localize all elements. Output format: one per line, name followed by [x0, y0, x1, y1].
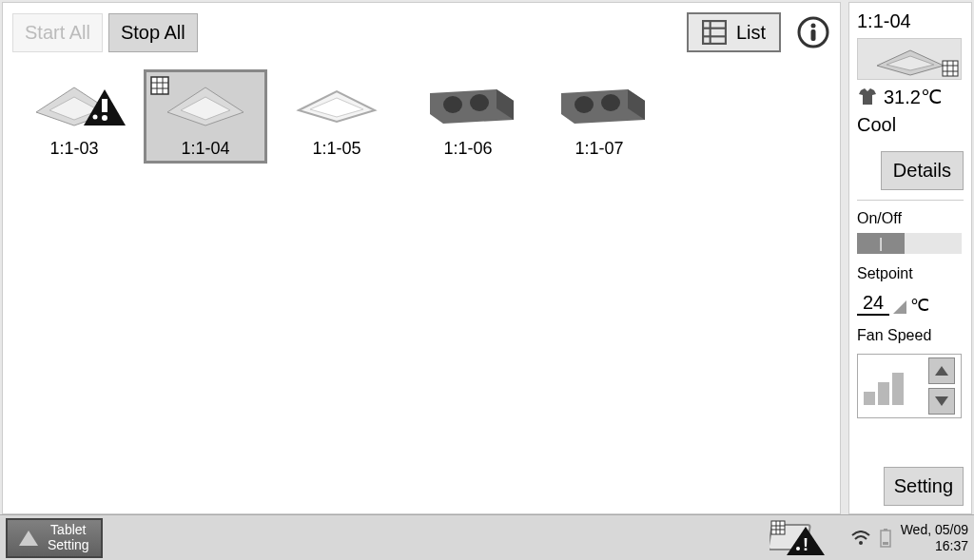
svg-point-5 [811, 24, 816, 29]
unit-thumb [542, 74, 656, 131]
svg-point-11 [102, 115, 107, 121]
grid-badge-icon [942, 60, 959, 77]
svg-point-24 [443, 96, 462, 113]
svg-rect-6 [811, 29, 816, 41]
list-view-button[interactable]: List [687, 12, 781, 52]
clock: Wed, 05/09 16:37 [901, 522, 968, 554]
unit-tile[interactable]: 1:1-07 [537, 69, 661, 164]
wifi-icon [851, 531, 870, 546]
onoff-toggle[interactable]: | [857, 233, 962, 254]
svg-rect-40 [771, 521, 785, 534]
unit-tile[interactable]: 1:1-05 [275, 69, 399, 164]
stop-all-button[interactable]: Stop All [108, 13, 198, 52]
onoff-knob: | [857, 233, 905, 254]
unit-label: 1:1-04 [148, 139, 263, 159]
selected-unit-thumb [857, 38, 962, 80]
temperature-row: 31.2℃ [857, 86, 964, 108]
setting-button[interactable]: Setting [884, 467, 964, 506]
setpoint-adjust-icon [893, 300, 906, 314]
unit-tile[interactable]: 1:1-03 [12, 69, 136, 164]
battery-icon [880, 529, 891, 548]
mode-value: Cool [857, 114, 964, 136]
warning-icon [82, 87, 127, 131]
unit-tile[interactable]: 1:1-06 [406, 69, 530, 164]
details-button[interactable]: Details [881, 151, 964, 190]
side-panel: 1:1-04 31.2℃ Cool Details On/Off | Setpo… [848, 2, 972, 514]
date-text: Wed, 05/09 [901, 522, 968, 538]
svg-rect-10 [102, 99, 107, 112]
fan-speed-down-button[interactable] [928, 388, 955, 415]
unit-tile[interactable]: 1:1-04 [144, 69, 267, 164]
unit-grid: 1:1-031:1-041:1-051:1-061:1-07 [12, 69, 830, 164]
grid-badge-icon [150, 76, 169, 99]
shirt-icon [857, 87, 878, 106]
setpoint-label: Setpoint [857, 265, 964, 282]
unit-thumb [280, 74, 394, 131]
temperature-value: 31.2℃ [884, 86, 942, 108]
svg-marker-37 [935, 366, 948, 376]
setpoint-control[interactable]: 24 ℃ [857, 292, 964, 316]
unit-thumb [17, 74, 131, 131]
unit-label: 1:1-03 [17, 139, 131, 159]
svg-rect-15 [151, 77, 168, 94]
svg-rect-51 [883, 542, 888, 545]
fan-speed-label: Fan Speed [857, 327, 964, 344]
info-icon[interactable] [796, 15, 830, 49]
svg-rect-0 [703, 21, 726, 44]
unit-label: 1:1-06 [411, 139, 525, 159]
list-button-label: List [736, 22, 766, 44]
fan-bars-icon [864, 367, 904, 405]
svg-text:!: ! [803, 535, 808, 554]
svg-point-48 [859, 541, 863, 545]
tablet-setting-button[interactable]: Tablet Setting [6, 518, 103, 558]
setpoint-value: 24 [857, 292, 889, 316]
main-panel: Start All Stop All List 1:1-031:1-041:1-… [2, 2, 841, 514]
svg-point-47 [796, 547, 800, 550]
svg-point-29 [601, 94, 620, 111]
unit-label: 1:1-07 [542, 139, 656, 159]
fan-speed-control [857, 354, 962, 418]
status-icons: Wed, 05/09 16:37 [851, 522, 968, 554]
start-all-button[interactable]: Start All [12, 13, 103, 52]
fan-speed-up-button[interactable] [928, 357, 955, 384]
footer-bar: Tablet Setting ! Wed, 05/09 16:37 [0, 514, 974, 560]
svg-point-25 [470, 94, 489, 111]
grid-icon [702, 20, 727, 45]
up-arrow-icon [19, 531, 38, 546]
svg-rect-32 [943, 61, 958, 76]
divider [857, 200, 964, 201]
svg-point-28 [575, 96, 594, 113]
unit-label: 1:1-05 [280, 139, 394, 159]
selected-unit-title: 1:1-04 [857, 10, 964, 32]
svg-marker-38 [935, 396, 948, 406]
footer-warning-icon[interactable]: ! [769, 519, 827, 557]
unit-thumb [148, 74, 263, 131]
tablet-setting-label: Tablet Setting [48, 523, 89, 552]
svg-point-12 [93, 115, 98, 120]
time-text: 16:37 [901, 538, 968, 554]
setpoint-unit: ℃ [910, 295, 929, 316]
toolbar: Start All Stop All List [12, 12, 830, 52]
unit-thumb [411, 74, 525, 131]
onoff-label: On/Off [857, 210, 964, 227]
